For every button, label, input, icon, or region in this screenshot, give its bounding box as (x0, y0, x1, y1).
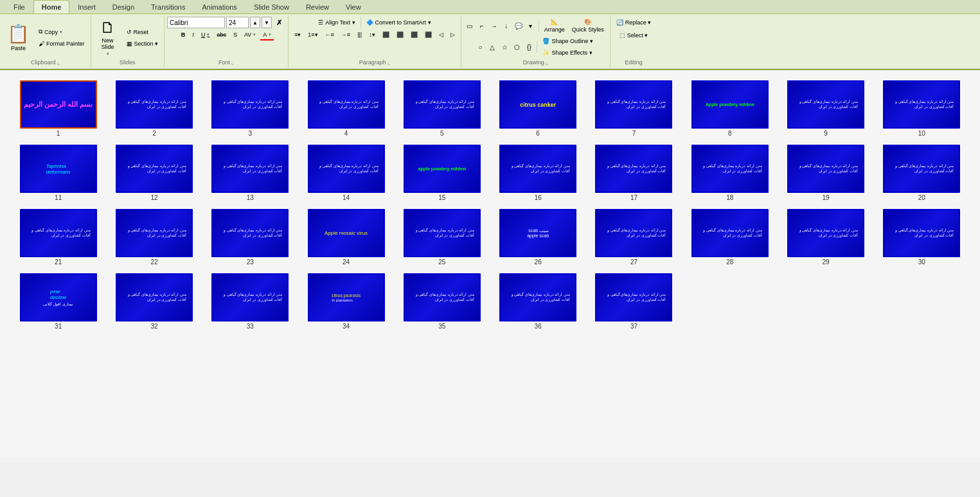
format-painter-button[interactable]: 🖌 Format Painter (35, 38, 88, 50)
copy-button[interactable]: ⧉ Copy ▾ (35, 26, 88, 38)
align-text-button[interactable]: ☰ Align Text ▾ (315, 17, 358, 28)
select-button[interactable]: ⬚ Select ▾ (616, 30, 652, 41)
increase-font-button[interactable]: ▲ (250, 17, 260, 28)
slide-item-17[interactable]: متن ارائه درباره بیماری‌های گیاهی و آفات… (589, 145, 679, 201)
select-icon: ⬚ (619, 32, 625, 39)
slide-item-30[interactable]: متن ارائه درباره بیماری‌های گیاهی و آفات… (877, 209, 967, 266)
slide-item-31[interactable]: peardeclineبیماری افول گلابی31 (13, 273, 103, 330)
slide-item-8[interactable]: Apple powdery mildew8 (684, 80, 775, 137)
slide-item-11[interactable]: Taphrinadeformans11 (13, 145, 103, 201)
shape-arrow-down[interactable]: ↓ (501, 21, 512, 31)
paragraph-expand-icon[interactable]: ⌞ (388, 60, 390, 66)
slide-item-37[interactable]: متن ارائه درباره بیماری‌های گیاهی و آفات… (589, 273, 679, 330)
underline-button[interactable]: U ▾ (198, 29, 213, 41)
slide-item-24[interactable]: Apple mosaic virus24 (301, 209, 391, 266)
font-color-button[interactable]: A ▾ (260, 29, 274, 41)
tab-slideshow[interactable]: Slide Show (245, 0, 298, 14)
shape-brace[interactable]: {} (523, 42, 535, 52)
slide-item-1[interactable]: بسم الله الرحمن الرحیم1 (13, 80, 103, 137)
slide-item-5[interactable]: متن ارائه درباره بیماری‌های گیاهی و آفات… (396, 80, 487, 137)
numbering-button[interactable]: 1≡▾ (305, 29, 321, 41)
shape-oval[interactable]: ○ (474, 42, 486, 52)
arrange-button[interactable]: 📐 Arrange (541, 17, 568, 35)
paste-button[interactable]: 📋 Paste (3, 20, 34, 56)
slide-item-15[interactable]: apple powdery mildew15 (396, 145, 487, 201)
shape-arrow-right[interactable]: → (488, 21, 500, 31)
slide-item-4[interactable]: متن ارائه درباره بیماری‌های گیاهی و آفات… (301, 80, 391, 137)
slide-item-32[interactable]: متن ارائه درباره بیماری‌های گیاهی و آفات… (109, 273, 199, 330)
clear-format-button[interactable]: ✗ (273, 17, 285, 28)
slide-item-21[interactable]: متن ارائه درباره بیماری‌های گیاهی و آفات… (13, 209, 103, 266)
columns-button[interactable]: ||| (354, 29, 365, 41)
reset-button[interactable]: ↺ Reset (123, 26, 162, 38)
replace-button[interactable]: 🔄 Replace ▾ (613, 17, 655, 28)
slide-item-36[interactable]: متن ارائه درباره بیماری‌های گیاهی و آفات… (493, 273, 584, 330)
shape-fill-button[interactable]: 🪣 Shape Outline ▾ (539, 35, 596, 47)
new-slide-button[interactable]: 🗋 NewSlide ▾ (94, 20, 122, 56)
slide-item-13[interactable]: متن ارائه درباره بیماری‌های گیاهی و آفات… (205, 145, 296, 201)
slide-item-14[interactable]: متن ارائه درباره بیماری‌های گیاهی و آفات… (301, 145, 391, 201)
align-left-button[interactable]: ⬛ (379, 29, 393, 41)
slide-item-34[interactable]: citrus psorosisIn plantation34 (301, 273, 391, 330)
shape-callout[interactable]: 💬 (513, 21, 524, 31)
tab-insert[interactable]: Insert (69, 0, 104, 14)
section-button[interactable]: ▦ Section ▾ (123, 38, 162, 50)
slide-item-20[interactable]: متن ارائه درباره بیماری‌های گیاهی و آفات… (877, 145, 967, 201)
font-size-input[interactable] (226, 17, 249, 28)
bullets-button[interactable]: ≡▾ (291, 29, 304, 41)
slide-item-7[interactable]: متن ارائه درباره بیماری‌های گیاهی و آفات… (589, 80, 679, 137)
clipboard-expand-icon[interactable]: ⌞ (57, 60, 60, 66)
shape-star[interactable]: ☆ (499, 42, 510, 52)
strikethrough-button[interactable]: abc (213, 29, 229, 41)
slide-item-12[interactable]: متن ارائه درباره بیماری‌های گیاهی و آفات… (109, 145, 199, 201)
indent-dec-button[interactable]: ←≡ (322, 29, 337, 41)
shape-pentagon[interactable]: ⬠ (511, 42, 522, 52)
line-spacing-button[interactable]: ↕▾ (366, 29, 379, 41)
slide-item-16[interactable]: متن ارائه درباره بیماری‌های گیاهی و آفات… (493, 145, 584, 201)
slide-item-35[interactable]: متن ارائه درباره بیماری‌های گیاهی و آفات… (396, 273, 487, 330)
shadow-button[interactable]: S (230, 29, 240, 41)
char-spacing-button[interactable]: AV ▾ (241, 29, 259, 41)
shape-effects-button[interactable]: ✨ Shape Effects ▾ (539, 47, 596, 59)
slide-item-28[interactable]: متن ارائه درباره بیماری‌های گیاهی و آفات… (684, 209, 775, 266)
slide-item-29[interactable]: متن ارائه درباره بیماری‌های گیاهی و آفات… (780, 209, 871, 266)
align-right-button[interactable]: ⬛ (407, 29, 421, 41)
font-name-input[interactable] (167, 17, 225, 28)
slide-item-27[interactable]: متن ارائه درباره بیماری‌های گیاهی و آفات… (589, 209, 679, 266)
quick-styles-button[interactable]: 🎨 Quick Styles (569, 17, 607, 35)
tab-review[interactable]: Review (298, 0, 337, 14)
slide-item-3[interactable]: متن ارائه درباره بیماری‌های گیاهی و آفات… (205, 80, 296, 137)
slide-item-10[interactable]: متن ارائه درباره بیماری‌های گیاهی و آفات… (877, 80, 967, 137)
shape-more[interactable]: ▾ (525, 21, 537, 31)
bold-button[interactable]: B (178, 29, 189, 41)
slide-item-25[interactable]: متن ارائه درباره بیماری‌های گیاهی و آفات… (396, 209, 487, 266)
slide-item-18[interactable]: متن ارائه درباره بیماری‌های گیاهی و آفات… (684, 145, 775, 201)
tab-view[interactable]: View (337, 0, 370, 14)
decrease-font-button[interactable]: ▼ (262, 17, 272, 28)
drawing-expand-icon[interactable]: ⌞ (546, 60, 548, 66)
shape-rect[interactable]: ▭ (464, 21, 476, 31)
tab-home[interactable]: Home (33, 0, 70, 14)
justify-button[interactable]: ⬛ (422, 29, 435, 41)
slide-item-2[interactable]: متن ارائه درباره بیماری‌های گیاهی و آفات… (109, 80, 199, 137)
align-center-button[interactable]: ⬛ (393, 29, 407, 41)
tab-animations[interactable]: Animations (193, 0, 245, 14)
slide-item-9[interactable]: متن ارائه درباره بیماری‌های گیاهی و آفات… (780, 80, 871, 137)
slide-item-23[interactable]: متن ارائه درباره بیماری‌های گیاهی و آفات… (205, 209, 296, 266)
slide-item-26[interactable]: سیب scabapple scab26 (493, 209, 584, 266)
ltr-button[interactable]: ▷ (447, 29, 458, 41)
shape-right-angle[interactable]: ⌐ (476, 21, 488, 31)
rtl-button[interactable]: ◁ (436, 29, 447, 41)
italic-button[interactable]: I (189, 29, 197, 41)
tab-transitions[interactable]: Transitions (143, 0, 193, 14)
slide-item-6[interactable]: citrus canker6 (493, 80, 584, 137)
slide-item-22[interactable]: متن ارائه درباره بیماری‌های گیاهی و آفات… (109, 209, 199, 266)
font-expand-icon[interactable]: ⌞ (231, 60, 234, 66)
indent-inc-button[interactable]: →≡ (338, 29, 353, 41)
tab-design[interactable]: Design (104, 0, 143, 14)
tab-file[interactable]: File (5, 0, 33, 14)
slide-item-33[interactable]: متن ارائه درباره بیماری‌های گیاهی و آفات… (205, 273, 296, 330)
convert-smartart-button[interactable]: 🔷 Convert to SmartArt ▾ (363, 17, 434, 28)
slide-item-19[interactable]: متن ارائه درباره بیماری‌های گیاهی و آفات… (780, 145, 871, 201)
shape-triangle[interactable]: △ (486, 42, 498, 52)
